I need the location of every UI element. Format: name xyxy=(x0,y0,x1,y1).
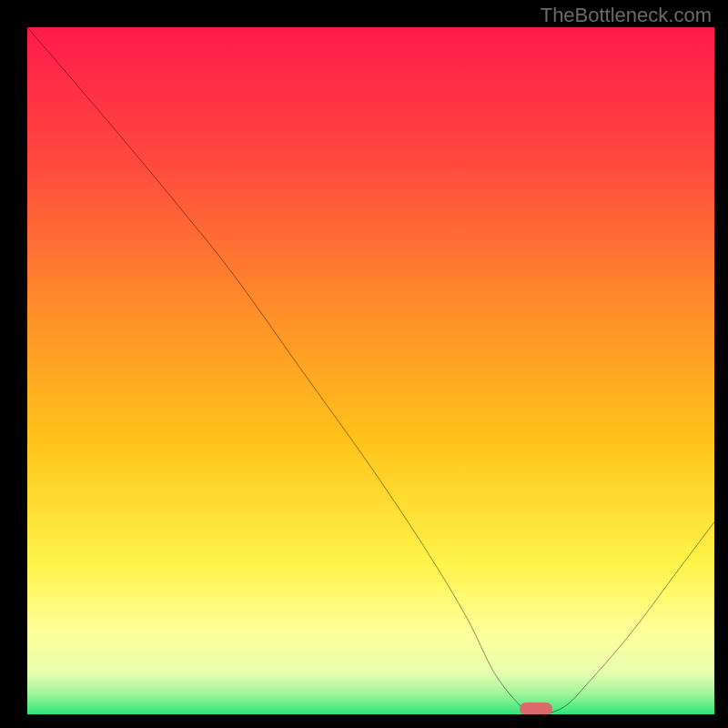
plot-area xyxy=(27,27,714,714)
watermark-text: TheBottleneck.com xyxy=(541,4,712,27)
minimum-marker xyxy=(520,703,552,714)
bottleneck-curve xyxy=(27,27,714,714)
